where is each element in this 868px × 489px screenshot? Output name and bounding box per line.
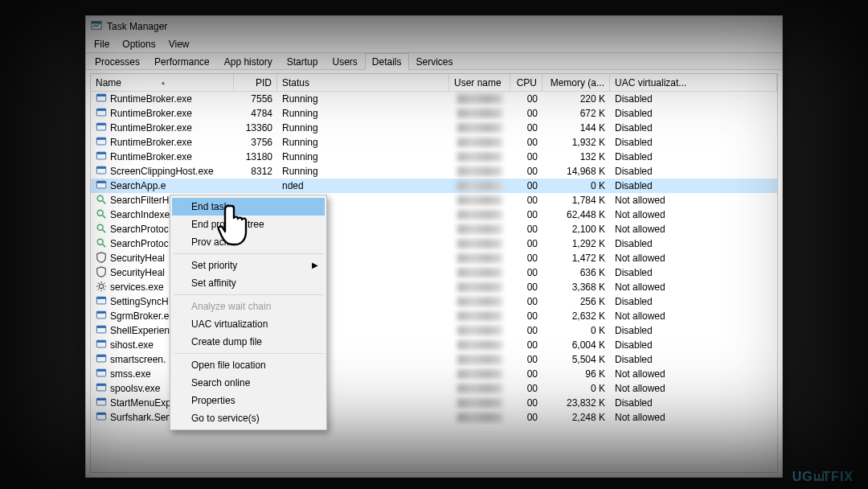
cell-cpu: 00 bbox=[510, 208, 542, 222]
menu-item-open-file-location[interactable]: Open file location bbox=[172, 356, 325, 374]
header-status[interactable]: Status bbox=[277, 74, 449, 91]
menu-item-end-task[interactable]: End task bbox=[172, 198, 325, 216]
svg-rect-46 bbox=[96, 384, 105, 386]
header-pid[interactable]: PID bbox=[234, 74, 277, 91]
process-icon bbox=[96, 310, 107, 323]
menu-file[interactable]: File bbox=[88, 37, 116, 52]
process-icon bbox=[96, 136, 107, 150]
process-name: services.exe bbox=[110, 281, 164, 293]
header-cpu[interactable]: CPU bbox=[510, 74, 542, 91]
cell-user bbox=[449, 367, 510, 381]
svg-line-29 bbox=[98, 282, 99, 283]
svg-rect-9 bbox=[96, 138, 105, 140]
cell-memory: 132 K bbox=[542, 150, 610, 164]
cell-uac: Disabled bbox=[610, 396, 777, 410]
cell-uac: Disabled bbox=[610, 121, 777, 135]
table-row[interactable]: RuntimeBroker.exe13360Running00144 KDisa… bbox=[91, 121, 777, 135]
cell-cpu: 00 bbox=[510, 164, 542, 179]
process-icon bbox=[96, 266, 107, 280]
cell-user bbox=[449, 150, 510, 164]
table-row[interactable]: RuntimeBroker.exe3756Running001,932 KDis… bbox=[91, 135, 777, 150]
cell-uac: Disabled bbox=[610, 352, 777, 367]
cell-uac: Not allowed bbox=[610, 193, 777, 208]
menu-options[interactable]: Options bbox=[116, 37, 162, 52]
cell-status: Running bbox=[277, 106, 449, 121]
cell-uac: Disabled bbox=[610, 179, 777, 193]
cell-user bbox=[449, 251, 510, 265]
process-name: RuntimeBroker.exe bbox=[110, 93, 192, 105]
cell-user bbox=[449, 179, 510, 193]
process-name: SearchProtoc bbox=[110, 238, 169, 249]
cell-uac: Disabled bbox=[610, 323, 777, 338]
tab-performance[interactable]: Performance bbox=[147, 53, 217, 70]
tab-app-history[interactable]: App history bbox=[217, 53, 280, 70]
context-menu[interactable]: End taskEnd process treeProv ackSet prio… bbox=[170, 195, 327, 430]
process-icon bbox=[96, 411, 107, 425]
process-name: SgrmBroker.e bbox=[110, 310, 169, 322]
cell-user bbox=[449, 135, 510, 150]
process-icon bbox=[96, 368, 107, 381]
process-icon bbox=[96, 382, 107, 396]
menu-item-search-online[interactable]: Search online bbox=[172, 374, 325, 392]
header-memory[interactable]: Memory (a... bbox=[542, 74, 610, 91]
tab-processes[interactable]: Processes bbox=[88, 53, 147, 70]
menu-item-uac-virtualization[interactable]: UAC virtualization bbox=[172, 315, 325, 333]
process-name: smartscreen. bbox=[110, 354, 166, 365]
cell-uac: Disabled bbox=[610, 236, 777, 251]
process-icon bbox=[96, 194, 107, 208]
menu-item-create-dump-file[interactable]: Create dump file bbox=[172, 333, 325, 351]
tab-details[interactable]: Details bbox=[365, 53, 409, 70]
cell-cpu: 00 bbox=[510, 121, 542, 135]
cell-memory: 96 K bbox=[542, 367, 610, 381]
table-row[interactable]: RuntimeBroker.exe7556Running00220 KDisab… bbox=[91, 92, 777, 106]
table-row[interactable]: RuntimeBroker.exe13180Running00132 KDisa… bbox=[91, 150, 777, 164]
cell-uac: Disabled bbox=[610, 135, 777, 150]
cell-cpu: 00 bbox=[510, 236, 542, 251]
titlebar[interactable]: Task Manager bbox=[86, 16, 782, 37]
cell-uac: Disabled bbox=[610, 265, 777, 280]
sort-indicator-icon: ▴ bbox=[162, 79, 165, 86]
cell-user bbox=[449, 265, 510, 280]
cell-memory: 1,292 K bbox=[542, 236, 610, 251]
tab-users[interactable]: Users bbox=[325, 53, 364, 70]
menu-item-go-to-service-s-[interactable]: Go to service(s) bbox=[172, 409, 325, 427]
cell-cpu: 00 bbox=[510, 150, 542, 164]
header-name[interactable]: Name▴ bbox=[91, 74, 234, 91]
tab-startup[interactable]: Startup bbox=[280, 53, 326, 70]
table-row[interactable]: RuntimeBroker.exe4784Running00672 KDisab… bbox=[91, 106, 777, 121]
header-user[interactable]: User name bbox=[449, 74, 510, 91]
menu-item-properties[interactable]: Properties bbox=[172, 392, 325, 409]
svg-line-23 bbox=[103, 244, 106, 247]
cell-uac: Disabled bbox=[610, 294, 777, 309]
cell-cpu: 00 bbox=[510, 381, 542, 396]
menu-item-analyze-wait-chain: Analyze wait chain bbox=[172, 298, 325, 315]
process-icon bbox=[96, 179, 107, 193]
menu-separator bbox=[174, 353, 323, 354]
table-row[interactable]: SearchApp.ended000 KDisabled bbox=[91, 179, 777, 193]
process-name: RuntimeBroker.exe bbox=[110, 151, 192, 162]
cell-memory: 2,632 K bbox=[542, 309, 610, 323]
cell-status: Running bbox=[277, 92, 449, 106]
header-uac[interactable]: UAC virtualizat... bbox=[610, 74, 777, 91]
menu-separator bbox=[174, 253, 323, 254]
submenu-arrow-icon: ▶ bbox=[312, 261, 318, 269]
menu-item-set-priority[interactable]: Set priority▶ bbox=[172, 257, 325, 274]
process-name: RuntimeBroker.exe bbox=[110, 122, 192, 134]
menu-item-end-process-tree[interactable]: End process tree bbox=[172, 216, 325, 233]
table-row[interactable]: ScreenClippingHost.exe8312Running0014,96… bbox=[91, 164, 777, 179]
tab-services[interactable]: Services bbox=[409, 53, 461, 70]
cell-cpu: 00 bbox=[510, 410, 542, 425]
window-title: Task Manager bbox=[107, 21, 167, 32]
process-name: spoolsv.exe bbox=[110, 383, 160, 394]
menu-view[interactable]: View bbox=[162, 37, 196, 52]
watermark: UGETFIX bbox=[792, 470, 854, 484]
menu-item-provide-feedback[interactable]: Prov ack bbox=[172, 233, 325, 251]
cell-cpu: 00 bbox=[510, 396, 542, 410]
cell-status: Running bbox=[277, 121, 449, 135]
cell-memory: 636 K bbox=[542, 265, 610, 280]
svg-rect-5 bbox=[96, 109, 105, 111]
cell-cpu: 00 bbox=[510, 280, 542, 294]
menu-item-set-affinity[interactable]: Set affinity bbox=[172, 274, 325, 292]
cell-memory: 0 K bbox=[542, 179, 610, 193]
cell-status: Running bbox=[277, 135, 449, 150]
